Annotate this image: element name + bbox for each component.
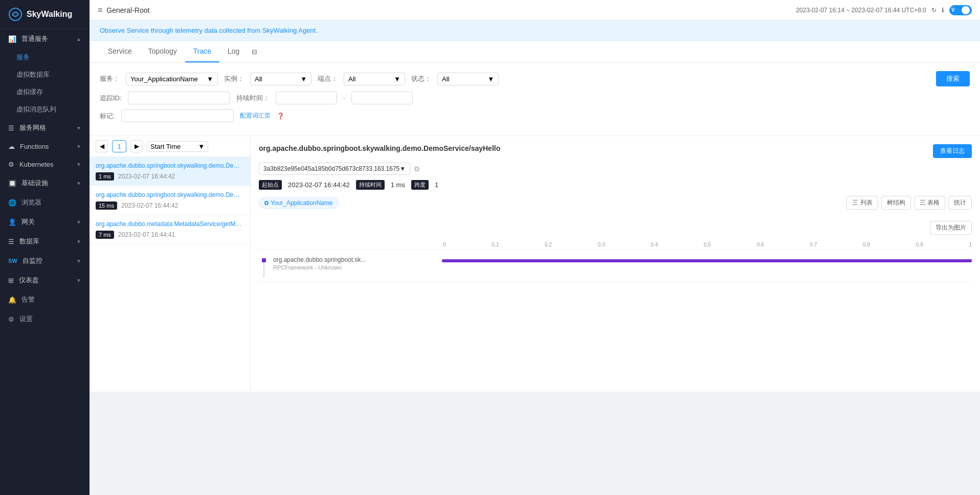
duration-label: 持续时间： — [236, 94, 270, 103]
span-bar-container — [442, 259, 972, 262]
menu-icon[interactable]: ≡ — [98, 6, 102, 15]
trace-badge-1: 15 ms — [96, 201, 117, 210]
duration-separator: - — [343, 94, 345, 102]
banner-text: Observe Service through telemetry data c… — [100, 27, 318, 34]
toggle-knob — [962, 6, 970, 14]
sidebar-section-general[interactable]: 📊 普通服务 ▲ — [0, 29, 90, 49]
search-button[interactable]: 搜索 — [936, 71, 970, 86]
sidebar-item-browser-label: 浏览器 — [21, 198, 41, 207]
trace-link-2[interactable]: org.apache.dubbo.metadata.MetadataServic… — [96, 220, 244, 228]
ruler-01: 0.1 — [492, 242, 499, 248]
trace-link-1[interactable]: org.apache.dubbo.springboot.skywalking.d… — [96, 191, 244, 198]
info-icon[interactable]: ℹ — [942, 7, 944, 14]
table-view-button[interactable]: 三 表格 — [914, 196, 945, 210]
sidebar-section-k8s[interactable]: ⚙ Kubernetes ▼ — [0, 155, 90, 173]
trace-time-2: 2023-02-07 16:44:41 — [118, 231, 175, 238]
page-number: 1 — [112, 140, 126, 152]
endpoint-value: All — [348, 75, 355, 83]
sidebar-section-mesh-label: 服务网格 — [19, 123, 46, 132]
cloud-icon: ☁ — [8, 143, 15, 150]
topbar-right: 2023-02-07 16:14 ~ 2023-02-07 16:44 UTC+… — [796, 5, 972, 15]
next-page-button[interactable]: ▶ — [130, 140, 143, 152]
copy-icon[interactable]: ⧉ — [414, 165, 419, 173]
endpoint-select[interactable]: All ▼ — [344, 73, 405, 85]
sort-select[interactable]: Start Time ▼ — [147, 141, 208, 152]
svg-point-0 — [9, 8, 21, 20]
tab-log[interactable]: Log — [219, 41, 248, 62]
service-tag-label: Your_ApplicationName — [271, 199, 333, 207]
span-badge: 跨度 — [411, 180, 429, 190]
prev-page-button[interactable]: ◀ — [96, 140, 108, 152]
sidebar-logo: SkyWalking — [0, 0, 90, 29]
timeline-ruler: 0 0.1 0.2 0.3 0.4 0.5 0.6 0.7 0.8 0.9 1 — [259, 240, 972, 250]
ruler-0: 0 — [443, 242, 446, 248]
sidebar-item-virtual-mq[interactable]: 虚拟消息队列 — [0, 101, 90, 118]
config-link[interactable]: 配置词汇页 — [240, 111, 271, 120]
sidebar-section-dashboard-label: 仪表盘 — [19, 276, 39, 285]
instance-value: All — [255, 75, 262, 83]
export-button[interactable]: 导出为图片 — [930, 221, 972, 235]
list-view-button[interactable]: 三 列表 — [847, 196, 878, 210]
endpoint-label: 端点： — [318, 74, 338, 83]
main-panel: ≡ General-Root 2023-02-07 16:14 ~ 2023-0… — [90, 0, 980, 495]
sidebar-section-infra[interactable]: 🔲 基础设施 ▼ — [0, 173, 90, 193]
service-select[interactable]: Your_ApplicationName ▼ — [126, 73, 218, 85]
view-log-button[interactable]: 查看日志 — [933, 144, 972, 158]
trace-item-2[interactable]: org.apache.dubbo.metadata.MetadataServic… — [90, 215, 250, 244]
sidebar-section-functions-label: Functions — [20, 143, 49, 150]
sidebar-section-dashboard[interactable]: ⊞ 仪表盘 ▼ — [0, 271, 90, 290]
sidebar-section-mesh[interactable]: ☰ 服务网格 ▼ — [0, 118, 90, 138]
span-value: 1 — [435, 181, 438, 189]
chevron-down-icon-4: ▼ — [76, 181, 81, 186]
sidebar-item-virtual-cache[interactable]: 虚拟缓存 — [0, 83, 90, 101]
sidebar-section-self[interactable]: SW 自监控 ▼ — [0, 251, 90, 271]
tab-trace[interactable]: Trace — [185, 41, 219, 62]
toggle-button[interactable]: V — [949, 5, 972, 15]
trace-body: ◀ 1 ▶ Start Time ▼ org.apache.dubbo.spri… — [90, 136, 980, 392]
duration-min-input[interactable] — [276, 92, 337, 104]
trace-id-label: 追踪ID: — [100, 94, 122, 103]
status-chevron-icon: ▼ — [487, 75, 494, 83]
tags-label: 标记: — [100, 111, 115, 121]
refresh-icon[interactable]: ↻ — [931, 7, 937, 14]
sidebar-item-service[interactable]: 服务 — [0, 49, 90, 66]
infra-icon: 🔲 — [8, 179, 16, 187]
start-value: 2023-02-07 16:44:42 — [288, 181, 350, 189]
duration-max-input[interactable] — [351, 92, 413, 104]
instance-select[interactable]: All ▼ — [250, 73, 311, 85]
tree-view-button[interactable]: 树结构 — [881, 196, 911, 210]
sidebar: SkyWalking 📊 普通服务 ▲ 服务 虚拟数据库 虚拟缓存 虚拟消息队列… — [0, 0, 90, 495]
filter-row-3: 标记: 配置词汇页 ❓ — [100, 109, 970, 122]
sidebar-item-browser[interactable]: 🌐 浏览器 — [0, 193, 90, 212]
tab-bar: Service Topology Trace Log ⊟ — [90, 41, 980, 63]
trace-id-select[interactable]: 3a3b823e95e045a185b0d75d673c8733.163.167… — [259, 163, 410, 175]
browser-icon: 🌐 — [8, 199, 16, 207]
trace-id-input[interactable] — [128, 92, 230, 104]
duration-value: 1 ms — [391, 181, 405, 189]
filter-area: 服务： Your_ApplicationName ▼ 实例： All ▼ 端点：… — [90, 63, 980, 136]
sidebar-section-gateway[interactable]: 👤 网关 ▼ — [0, 212, 90, 232]
trace-badge-0: 1 ms — [96, 172, 114, 181]
sidebar-item-alert[interactable]: 🔔 告警 — [0, 290, 90, 309]
trace-item-0[interactable]: org.apache.dubbo.springboot.skywalking.d… — [90, 157, 250, 186]
stats-view-button[interactable]: 统计 — [948, 196, 972, 210]
sidebar-item-settings[interactable]: ⚙ 设置 — [0, 309, 90, 329]
service-value: Your_ApplicationName — [130, 75, 198, 83]
ruler-03: 0.3 — [598, 242, 605, 248]
sidebar-section-infra-label: 基础设施 — [21, 178, 48, 188]
trace-item-1[interactable]: org.apache.dubbo.springboot.skywalking.d… — [90, 186, 250, 215]
instance-chevron-icon: ▼ — [300, 75, 307, 83]
tags-input[interactable] — [121, 109, 234, 122]
status-select[interactable]: All ▼ — [437, 73, 499, 85]
self-icon: SW — [8, 258, 17, 264]
sidebar-section-functions[interactable]: ☁ Functions ▼ — [0, 138, 90, 155]
trace-detail-title: org.apache.dubbo.springboot.skywalking.d… — [259, 144, 500, 152]
tab-service[interactable]: Service — [100, 41, 140, 62]
tab-topology[interactable]: Topology — [140, 41, 185, 62]
sidebar-item-virtual-db[interactable]: 虚拟数据库 — [0, 66, 90, 83]
chevron-down-icon: ▼ — [76, 125, 81, 131]
tab-icon[interactable]: ⊟ — [248, 42, 261, 62]
ruler-08: 0.8 — [863, 242, 870, 248]
trace-link-0[interactable]: org.apache.dubbo.springboot.skywalking.d… — [96, 162, 244, 169]
sidebar-section-database[interactable]: ☰ 数据库 ▼ — [0, 232, 90, 251]
